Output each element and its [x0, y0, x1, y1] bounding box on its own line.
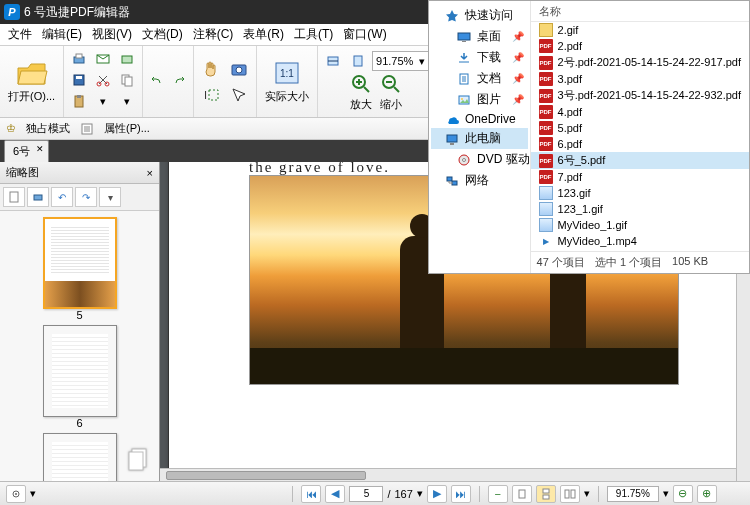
zoom-more[interactable]: ⊕: [697, 485, 717, 503]
file-name: 6.pdf: [558, 138, 582, 150]
fit-width-button[interactable]: [322, 51, 344, 71]
zoom-out-button[interactable]: 缩小: [376, 73, 406, 112]
file-name: MyVideo_1.mp4: [558, 235, 637, 247]
page-dd[interactable]: ▾: [417, 487, 423, 500]
prev-page-button[interactable]: ◀: [325, 485, 345, 503]
close-tab-icon[interactable]: ✕: [36, 144, 44, 154]
thumbnail-toolbar: ↶ ↷ ▾: [0, 184, 159, 211]
file-name: 5.pdf: [558, 122, 582, 134]
scroll-thumb[interactable]: [166, 471, 366, 480]
nav-label: DVD 驱动器 (E:) offi: [477, 151, 531, 168]
open-button[interactable]: 打开(O)...: [4, 57, 59, 106]
folder-open-icon: [15, 59, 49, 87]
nav-item-download[interactable]: 下载📌: [431, 47, 528, 68]
thumb-tool-more[interactable]: ▾: [99, 187, 121, 207]
horizontal-scrollbar[interactable]: [160, 468, 736, 481]
thumbnail-page-6[interactable]: 6: [4, 325, 155, 429]
thumb-tool-rotr[interactable]: ↷: [75, 187, 97, 207]
menu-表单(R)[interactable]: 表单(R): [239, 24, 288, 45]
menu-视图(V)[interactable]: 视图(V): [88, 24, 136, 45]
options-dd[interactable]: ▾: [30, 487, 36, 500]
file-row[interactable]: PDF6.pdf: [531, 136, 749, 152]
clipboard-icon: [72, 94, 86, 108]
file-row[interactable]: PDF3号.pdf-2021-05-14-15-24-22-932.pdf: [531, 87, 749, 104]
nav-item-pic[interactable]: 图片📌: [431, 89, 528, 110]
menu-文件[interactable]: 文件: [4, 24, 36, 45]
file-row[interactable]: PDF4.pdf: [531, 104, 749, 120]
layout-single[interactable]: [512, 485, 532, 503]
mail-button[interactable]: [92, 49, 114, 69]
panel-close-icon[interactable]: ×: [147, 167, 153, 179]
svg-rect-39: [565, 490, 569, 498]
zoom-combo[interactable]: 91.75%▾: [372, 51, 429, 71]
menu-工具(T)[interactable]: 工具(T): [290, 24, 337, 45]
print-button[interactable]: [68, 49, 90, 69]
zoom-out-sb[interactable]: −: [488, 485, 508, 503]
redo-button[interactable]: [169, 72, 191, 92]
thumb-tool-new[interactable]: [3, 187, 25, 207]
select-tool-button[interactable]: I: [198, 82, 224, 108]
file-row[interactable]: 123_1.gif: [531, 201, 749, 217]
file-row[interactable]: MyVideo_1.mp4: [531, 233, 749, 249]
options-button[interactable]: [6, 485, 26, 503]
dd1[interactable]: ▾: [92, 91, 114, 111]
menu-编辑(E)[interactable]: 编辑(E): [38, 24, 86, 45]
zoom-less[interactable]: ⊖: [673, 485, 693, 503]
file-row[interactable]: PDF7.pdf: [531, 169, 749, 185]
nav-item-dvd[interactable]: DVD 驱动器 (E:) offi: [431, 149, 528, 170]
layout-dd[interactable]: ▾: [584, 487, 590, 500]
edit-tool-button[interactable]: [226, 82, 252, 108]
file-row[interactable]: PDF6号_5.pdf: [531, 152, 749, 169]
nav-item-quick[interactable]: 快速访问: [431, 5, 528, 26]
nav-item-network[interactable]: 网络: [431, 170, 528, 191]
undo-button[interactable]: [145, 72, 167, 92]
file-list[interactable]: 2.gifPDF2.pdfPDF2号.pdf-2021-05-14-15-24-…: [531, 22, 749, 251]
last-page-button[interactable]: ⏭: [451, 485, 471, 503]
layout-facing[interactable]: [560, 485, 580, 503]
nav-item-onedrive[interactable]: OneDrive: [431, 110, 528, 128]
image-file-icon: [539, 218, 553, 232]
thumb-tool-rotl[interactable]: ↶: [51, 187, 73, 207]
document-tab[interactable]: 6号 ✕: [4, 140, 49, 162]
file-row[interactable]: 2.gif: [531, 22, 749, 38]
next-page-button[interactable]: ▶: [427, 485, 447, 503]
thumbnail-page-5[interactable]: 5: [4, 217, 155, 321]
status-bar: ▾ ⏮ ◀ /167▾ ▶ ⏭ − ▾ ▾ ⊖ ⊕: [0, 481, 750, 505]
file-row[interactable]: PDF2.pdf: [531, 38, 749, 54]
menu-文档(D)[interactable]: 文档(D): [138, 24, 187, 45]
thumbnail-list[interactable]: 5 6 7: [0, 211, 159, 481]
zoom-in-button[interactable]: 放大: [346, 73, 376, 112]
file-row[interactable]: PDF5.pdf: [531, 120, 749, 136]
thumb-tool-print[interactable]: [27, 187, 49, 207]
nav-item-thispc[interactable]: 此电脑: [431, 128, 528, 149]
layout-continuous[interactable]: [536, 485, 556, 503]
properties-button[interactable]: 属性(P)...: [104, 121, 150, 136]
page-number-input[interactable]: [349, 486, 383, 502]
menu-窗口(W)[interactable]: 窗口(W): [339, 24, 390, 45]
actual-size-button[interactable]: 1:1 实际大小: [261, 57, 313, 106]
dd2[interactable]: ▾: [116, 91, 138, 111]
copy-button[interactable]: [116, 70, 138, 90]
pdf-file-icon: PDF: [539, 170, 553, 184]
nav-item-doc[interactable]: 文档📌: [431, 68, 528, 89]
zoom-input-dd[interactable]: ▾: [663, 487, 669, 500]
first-page-button[interactable]: ⏮: [301, 485, 321, 503]
cursor-edit-icon: [230, 86, 248, 104]
menu-注释(C)[interactable]: 注释(C): [189, 24, 238, 45]
hand-tool-button[interactable]: [198, 56, 224, 82]
column-header-name[interactable]: 名称: [531, 1, 749, 22]
scan-button[interactable]: [116, 49, 138, 69]
cut-button[interactable]: [92, 70, 114, 90]
file-row[interactable]: PDF2号.pdf-2021-05-14-15-24-22-917.pdf: [531, 54, 749, 71]
paste-button[interactable]: [68, 91, 90, 111]
svg-rect-11: [77, 95, 81, 98]
fit-page-button[interactable]: [347, 51, 369, 71]
file-row[interactable]: 123.gif: [531, 185, 749, 201]
snapshot-button[interactable]: [226, 56, 252, 82]
file-row[interactable]: MyVideo_1.gif: [531, 217, 749, 233]
nav-item-desktop[interactable]: 桌面📌: [431, 26, 528, 47]
exclusive-mode-button[interactable]: 独占模式: [26, 121, 70, 136]
save-button[interactable]: [68, 70, 90, 90]
zoom-input[interactable]: [607, 486, 659, 502]
file-row[interactable]: PDF3.pdf: [531, 71, 749, 87]
